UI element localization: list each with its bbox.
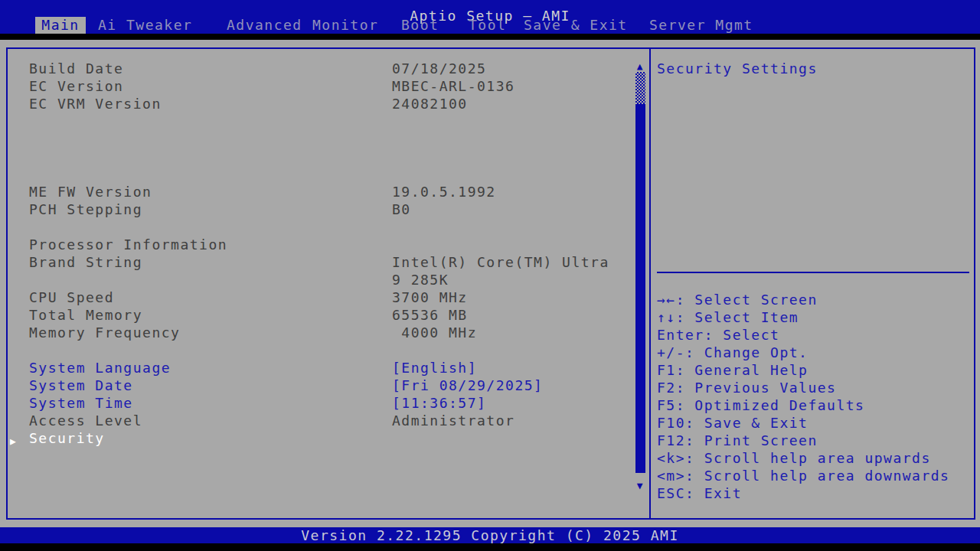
row-label-build-date: Build Date [29,60,381,77]
help-line-f2-previous-values: F2: Previous Values [657,379,969,396]
tab-save-exit[interactable]: Save & Exit [524,17,628,34]
help-line-f12-print-screen: F12: Print Screen [657,432,969,449]
scrollbar-thumb[interactable] [635,104,645,473]
option-value-system-language[interactable]: [English] [392,359,622,377]
row-value-pch-stepping: B0 [392,201,622,218]
row-label-cpu-speed: CPU Speed [29,289,381,306]
row-label-access-level: Access Level [29,412,381,429]
option-system-date[interactable]: System Date [29,377,381,394]
scroll-down-icon[interactable]: ▼ [635,481,646,491]
submenu-item-security[interactable]: Security [29,429,381,447]
row-label-pch-stepping: PCH Stepping [29,201,381,218]
row-value-total-memory: 65536 MB [392,306,622,324]
row-value-ec-version: MBEC-ARL-0136 [392,77,622,95]
panel-separator [649,47,651,520]
row-label-brand-string: Brand String [29,253,381,271]
row-value-ec-vrm-version: 24082100 [392,95,622,112]
bios-setup-screen: Aptio Setup — AMI Main Ai Tweaker Advanc… [0,0,980,551]
help-line-f5-optimized-defaults: F5: Optimized Defaults [657,396,969,414]
row-value-cpu-speed: 3700 MHz [392,289,622,306]
row-label-me-fw-version: ME FW Version [29,183,381,201]
scroll-up-icon[interactable]: ▲ [635,61,646,71]
option-value-system-time[interactable]: [11:36:57] [392,394,622,412]
row-label-ec-version: EC Version [29,77,381,95]
row-label-memory-frequency: Memory Frequency [29,324,381,341]
help-line-select-item: ↑↓: Select Item [657,308,969,326]
row-value-access-level: Administrator [392,412,622,429]
tab-monitor[interactable]: Monitor [312,17,378,34]
help-line-select-screen: →←: Select Screen [657,291,969,308]
row-label-total-memory: Total Memory [29,306,381,324]
help-line-scroll-up: <k>: Scroll help area upwards [657,449,969,467]
help-panel-divider [657,272,969,273]
tab-advanced[interactable]: Advanced [227,17,302,34]
help-line-f1-general-help: F1: General Help [657,361,969,379]
row-value-build-date: 07/18/2025 [392,60,622,77]
help-line-scroll-down: <m>: Scroll help area downwards [657,467,969,484]
option-value-system-date[interactable]: [Fri 08/29/2025] [392,377,622,394]
help-line-f10-save-exit: F10: Save & Exit [657,414,969,432]
option-system-language[interactable]: System Language [29,359,381,377]
help-line-esc-exit: ESC: Exit [657,484,969,502]
row-value-brand-string: Intel(R) Core(TM) Ultra 9 285K [392,253,622,289]
tab-ai-tweaker[interactable]: Ai Tweaker [98,17,192,34]
scrollbar-track[interactable] [635,72,645,104]
help-line-change-opt: +/-: Change Opt. [657,344,969,361]
row-label-ec-vrm-version: EC VRM Version [29,95,381,112]
header-bar: Aptio Setup — AMI Main Ai Tweaker Advanc… [0,0,980,34]
tab-boot[interactable]: Boot [401,17,439,34]
tab-server-mgmt[interactable]: Server Mgmt [649,17,753,34]
help-panel-heading: Security Settings [657,60,966,77]
row-value-memory-frequency: 4000 MHz [392,324,622,341]
option-system-time[interactable]: System Time [29,394,381,412]
section-processor-information: Processor Information [29,236,381,253]
help-line-enter-select: Enter: Select [657,326,969,344]
row-value-me-fw-version: 19.0.5.1992 [392,183,622,201]
tab-main[interactable]: Main [35,17,86,34]
submenu-arrow-icon: ▶ [10,432,17,450]
tab-tool[interactable]: Tool [469,17,506,34]
version-copyright-text: Version 2.22.1295 Copyright (C) 2025 AMI [0,527,980,543]
